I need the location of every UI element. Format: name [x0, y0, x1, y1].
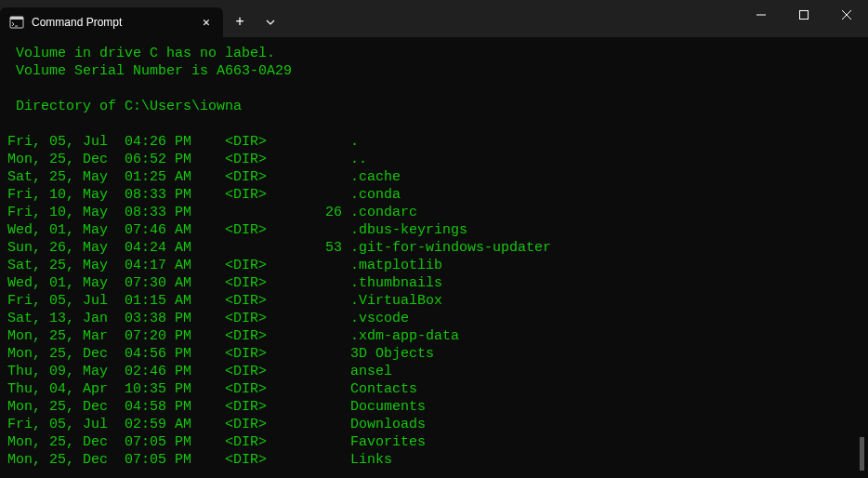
tab-command-prompt[interactable]: Command Prompt ✕ [0, 7, 223, 37]
close-tab-button[interactable]: ✕ [197, 13, 216, 32]
volume-line: Volume in drive C has no label. [7, 45, 861, 62]
cmd-icon [9, 15, 24, 30]
svg-rect-4 [800, 11, 809, 20]
maximize-button[interactable] [783, 0, 825, 30]
dir-entry: Wed, 01, May 07:46 AM <DIR> .dbus-keyrin… [7, 221, 861, 239]
scrollbar-thumb[interactable] [860, 437, 864, 471]
serial-line: Volume Serial Number is A663-0A29 [7, 62, 861, 80]
dir-entry: Mon, 25, Mar 07:20 PM <DIR> .xdm-app-dat… [7, 327, 861, 345]
dir-entry: Sat, 25, May 01:25 AM <DIR> .cache [7, 168, 861, 186]
blank-line [7, 80, 861, 98]
dir-entry: Sat, 25, May 04:17 AM <DIR> .matplotlib [7, 257, 861, 274]
dir-entry: Mon, 25, Dec 07:05 PM <DIR> Links [7, 451, 861, 469]
dir-entry: Fri, 10, May 08:33 PM 26 .condarc [7, 204, 861, 221]
dir-entry: Sat, 13, Jan 03:38 PM <DIR> .vscode [7, 310, 861, 327]
dir-entry: Wed, 01, May 07:30 AM <DIR> .thumbnails [7, 274, 861, 292]
dir-entry: Fri, 05, Jul 01:15 AM <DIR> .VirtualBox [7, 292, 861, 310]
dir-entry: Fri, 05, Jul 04:26 PM <DIR> . [7, 133, 861, 151]
new-tab-button[interactable]: + [223, 7, 256, 37]
dir-entry: Mon, 25, Dec 06:52 PM <DIR> .. [7, 151, 861, 168]
window-controls [740, 0, 868, 37]
dir-entry: Fri, 10, May 08:33 PM <DIR> .conda [7, 186, 861, 204]
minimize-button[interactable] [740, 0, 783, 30]
dir-entry: Sun, 26, May 04:24 AM 53 .git-for-window… [7, 239, 861, 257]
terminal-output[interactable]: Volume in drive C has no label. Volume S… [0, 37, 868, 469]
dir-entry: Mon, 25, Dec 04:58 PM <DIR> Documents [7, 398, 861, 416]
close-window-button[interactable] [825, 0, 868, 30]
svg-rect-1 [10, 17, 23, 20]
dir-entry: Thu, 04, Apr 10:35 PM <DIR> Contacts [7, 380, 861, 398]
dir-entry: Mon, 25, Dec 04:56 PM <DIR> 3D Objects [7, 345, 861, 363]
directory-line: Directory of C:\Users\iowna [7, 98, 861, 115]
titlebar: Command Prompt ✕ + [0, 0, 868, 37]
tab-title: Command Prompt [32, 16, 190, 29]
dir-entry: Fri, 05, Jul 02:59 AM <DIR> Downloads [7, 416, 861, 433]
blank-line [7, 115, 861, 133]
dir-entry: Thu, 09, May 02:46 PM <DIR> ansel [7, 363, 861, 380]
dir-entry: Mon, 25, Dec 07:05 PM <DIR> Favorites [7, 433, 861, 451]
tab-dropdown-button[interactable] [256, 7, 284, 37]
